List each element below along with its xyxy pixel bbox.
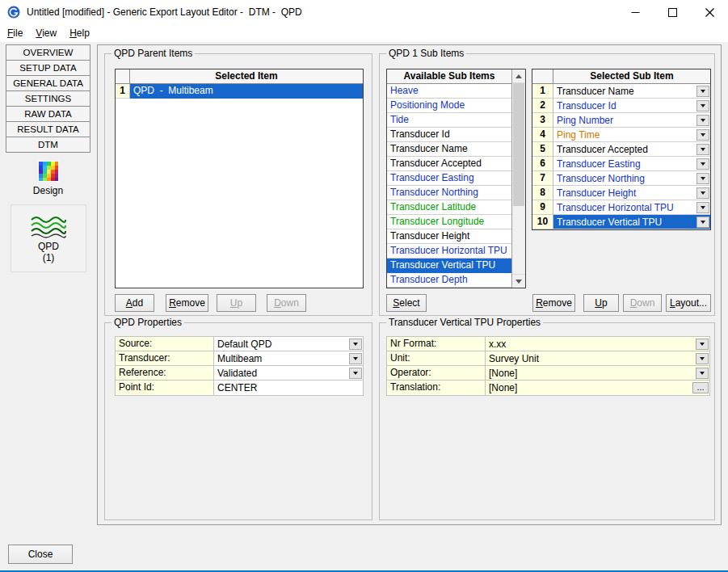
- window-title: Untitled [modified] - Generic Export Lay…: [27, 6, 302, 18]
- row-number-header: [116, 69, 130, 83]
- sidebar-button[interactable]: GENERAL DATA: [6, 75, 90, 91]
- layout-button[interactable]: Layout...: [666, 294, 711, 312]
- property-value[interactable]: Default QPD ...: [214, 337, 363, 351]
- menu-file[interactable]: File: [2, 24, 28, 42]
- add-button[interactable]: Add: [115, 294, 154, 312]
- group-title: QPD 1 Sub Items: [386, 48, 466, 59]
- qpd-waves-icon: [30, 214, 67, 241]
- sidebar-button[interactable]: SETTINGS: [6, 90, 90, 107]
- selected-sub-item-cell[interactable]: Transducer Northing: [553, 171, 710, 186]
- close-window-icon[interactable]: [691, 0, 728, 24]
- available-sub-item[interactable]: Transducer Id: [387, 128, 511, 142]
- selected-sub-item-cell[interactable]: Transducer Name: [553, 84, 710, 99]
- property-label: Transducer:: [116, 351, 214, 365]
- dropdown-arrow-icon[interactable]: [696, 115, 709, 126]
- dropdown-arrow-icon[interactable]: [696, 173, 709, 184]
- scroll-down-icon[interactable]: [512, 274, 525, 288]
- property-value[interactable]: Multibeam ...: [214, 351, 363, 365]
- dropdown-arrow-icon[interactable]: [696, 353, 709, 364]
- property-value[interactable]: [None] ...: [486, 366, 709, 380]
- remove-button[interactable]: Remove: [166, 294, 208, 312]
- parent-items-table-header: Selected Item: [116, 69, 363, 84]
- selected-sub-item-cell[interactable]: Transducer Id: [553, 99, 710, 113]
- selected-sub-item-cell[interactable]: Transducer Vertical TPU: [553, 215, 710, 229]
- selected-sub-item-cell[interactable]: Transducer Easting: [553, 157, 710, 171]
- sidebar-button[interactable]: DTM: [6, 137, 90, 153]
- dropdown-arrow-icon[interactable]: [696, 158, 709, 170]
- sidebar-button[interactable]: OVERVIEW: [6, 44, 90, 61]
- ellipsis-button[interactable]: ...: [692, 382, 709, 393]
- available-sub-item[interactable]: Tide: [387, 113, 511, 128]
- selected-sub-item-cell[interactable]: Transducer Horizontal TPU: [553, 200, 710, 215]
- available-sub-item[interactable]: Transducer Longitude: [387, 215, 511, 229]
- available-sub-item[interactable]: Transducer Height: [387, 229, 511, 244]
- sidebar-item-qpd[interactable]: QPD (1): [11, 204, 86, 272]
- sidebar-button[interactable]: RAW DATA: [6, 106, 90, 122]
- minimize-icon[interactable]: [616, 0, 654, 24]
- sidebar-button[interactable]: RESULT DATA: [6, 121, 90, 137]
- selected-sub-item-cell[interactable]: Transducer Accepted: [553, 142, 710, 157]
- sidebar-button[interactable]: SETUP DATA: [6, 60, 90, 76]
- property-row: Operator: [None] ...: [387, 366, 709, 381]
- dropdown-arrow-icon[interactable]: [696, 187, 709, 199]
- scrollbar[interactable]: [511, 69, 525, 288]
- dropdown-arrow-icon[interactable]: [349, 353, 362, 364]
- maximize-icon[interactable]: [654, 0, 691, 24]
- available-sub-item[interactable]: Transducer Accepted: [387, 157, 511, 171]
- selected-sub-item-cell[interactable]: Ping Number: [553, 113, 710, 128]
- property-value[interactable]: [None] ...: [486, 381, 709, 395]
- available-sub-item[interactable]: Positioning Mode: [387, 99, 511, 113]
- selected-sub-item-row: 8 Transducer Height: [532, 186, 710, 200]
- available-sub-item[interactable]: Transducer Name: [387, 142, 511, 157]
- property-value[interactable]: Validated ...: [214, 366, 363, 380]
- design-label: Design: [6, 185, 90, 196]
- selected-sub-item-cell[interactable]: Ping Time: [553, 128, 710, 142]
- property-value[interactable]: CENTER ...: [214, 381, 363, 395]
- column-header-selected-sub-item: Selected Sub Item: [553, 69, 710, 83]
- dropdown-arrow-icon[interactable]: [696, 129, 709, 141]
- available-sub-item[interactable]: Transducer Easting: [387, 171, 511, 186]
- app-icon: [7, 6, 20, 19]
- dropdown-arrow-icon[interactable]: [696, 217, 709, 228]
- dropdown-arrow-icon[interactable]: [349, 368, 362, 379]
- menu-help[interactable]: Help: [64, 24, 95, 42]
- dropdown-arrow-icon[interactable]: [349, 339, 362, 350]
- dropdown-arrow-icon[interactable]: [696, 339, 709, 350]
- property-value[interactable]: x.xx ...: [486, 337, 709, 351]
- parent-item-cell[interactable]: QPD - Multibeam: [130, 84, 363, 99]
- available-sub-item[interactable]: Transducer Depth: [387, 273, 511, 288]
- dropdown-arrow-icon[interactable]: [696, 368, 709, 379]
- selected-sub-item-row: 5 Transducer Accepted: [532, 142, 710, 157]
- qpd-label: QPD: [38, 241, 59, 252]
- select-button[interactable]: Select: [386, 294, 427, 312]
- dropdown-arrow-icon[interactable]: [696, 100, 709, 111]
- property-label: Source:: [116, 337, 214, 351]
- menu-view[interactable]: View: [30, 24, 62, 42]
- row-number-cell: 2: [532, 99, 553, 113]
- row-number-cell: 8: [532, 186, 553, 200]
- selected-sub-item-row: 4 Ping Time: [532, 128, 710, 142]
- down-button: Down: [267, 294, 306, 312]
- dropdown-arrow-icon[interactable]: [696, 202, 709, 213]
- selected-sub-item-cell[interactable]: Transducer Height: [553, 186, 710, 200]
- dropdown-arrow-icon[interactable]: [696, 86, 709, 97]
- close-button[interactable]: Close: [8, 545, 73, 564]
- tpu-properties-grid: Nr Format: x.xx ... Unit: Survey Unit: [386, 336, 710, 396]
- scroll-up-icon[interactable]: [512, 69, 525, 83]
- group-title: QPD Parent Items: [112, 48, 195, 59]
- available-sub-item[interactable]: Transducer Northing: [387, 186, 511, 200]
- client-area: OVERVIEW SETUP DATA GENERAL DATA SETTING…: [0, 42, 728, 570]
- dropdown-arrow-icon[interactable]: [696, 144, 709, 155]
- available-sub-item[interactable]: Transducer Latitude: [387, 200, 511, 215]
- property-row: Nr Format: x.xx ...: [387, 337, 709, 351]
- scrollbar-thumb[interactable]: [513, 83, 524, 206]
- row-number-cell: 4: [532, 128, 553, 142]
- up-sub-button[interactable]: Up: [583, 294, 619, 312]
- property-value[interactable]: Survey Unit ...: [486, 351, 709, 365]
- available-sub-item[interactable]: Heave: [387, 84, 511, 99]
- remove-sub-button[interactable]: Remove: [532, 294, 575, 312]
- property-label: Point Id:: [116, 381, 214, 395]
- sidebar-item-design[interactable]: Design: [6, 161, 90, 196]
- available-sub-item[interactable]: Transducer Horizontal TPU: [387, 244, 511, 259]
- available-sub-item[interactable]: Transducer Vertical TPU: [387, 259, 511, 273]
